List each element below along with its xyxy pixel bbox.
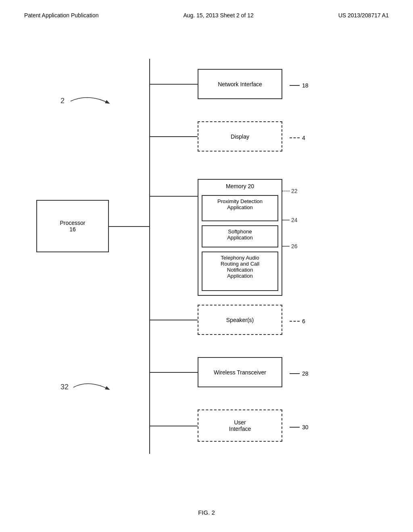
- processor-number: 16: [69, 226, 76, 233]
- speakers-label: Speaker(s): [226, 317, 254, 323]
- display-label: Display: [231, 133, 249, 140]
- processor-label: Processor: [60, 220, 85, 226]
- svg-text:2: 2: [60, 97, 65, 105]
- svg-text:24: 24: [291, 217, 298, 223]
- label-22-line: 22: [282, 185, 315, 197]
- network-interface-label: Network Interface: [218, 81, 262, 87]
- display-h-line: [150, 136, 198, 137]
- wireless-number: 28: [290, 370, 309, 377]
- memory-h-line: [150, 196, 198, 197]
- network-interface-box: Network Interface: [198, 69, 282, 99]
- telephony-audio-label: Telephony AudioRouting and CallNotificat…: [221, 255, 259, 279]
- display-box: Display: [198, 121, 282, 152]
- label-26-line: 26: [282, 240, 315, 252]
- figure-label: FIG. 2: [198, 509, 215, 516]
- wireless-transceiver-box: Wireless Transceiver: [198, 357, 282, 387]
- telephony-audio-box: Telephony AudioRouting and CallNotificat…: [202, 251, 278, 291]
- memory-label: Memory 20: [198, 183, 282, 189]
- page-header: Patent Application Publication Aug. 15, …: [0, 0, 413, 23]
- label-32-arrow: 32: [56, 377, 153, 409]
- proximity-detection-box: Proximity DetectionApplication: [202, 195, 278, 221]
- svg-text:32: 32: [60, 383, 69, 391]
- label-24-line: 24: [282, 214, 315, 226]
- speakers-box: Speaker(s): [198, 305, 282, 335]
- softphone-label: SoftphoneApplication: [227, 229, 253, 241]
- display-number: 4: [290, 135, 305, 141]
- speakers-h-line: [150, 320, 198, 320]
- header-center: Aug. 15, 2013 Sheet 2 of 12: [183, 12, 253, 19]
- wireless-transceiver-label: Wireless Transceiver: [214, 369, 266, 376]
- network-interface-line: [290, 85, 300, 86]
- speakers-number: 6: [290, 318, 305, 324]
- svg-text:26: 26: [291, 243, 298, 249]
- header-right: US 2013/208717 A1: [338, 12, 389, 19]
- processor-h-line: [109, 226, 149, 227]
- user-interface-line: [290, 427, 300, 428]
- svg-text:22: 22: [291, 188, 298, 194]
- label-2-arrow: 2: [56, 91, 153, 123]
- wireless-line: [290, 373, 300, 374]
- network-interface-h-line: [150, 84, 198, 85]
- user-interface-box: UserInterface: [198, 409, 282, 442]
- speakers-line: [290, 321, 300, 322]
- user-interface-label: UserInterface: [229, 419, 251, 432]
- user-interface-number: 30: [290, 424, 309, 430]
- wireless-h-line: [150, 372, 198, 373]
- diagram: 2 Processor 16 Network Interface 18 Disp…: [0, 27, 413, 502]
- network-interface-number: 18: [290, 82, 309, 89]
- header-left: Patent Application Publication: [24, 12, 98, 19]
- processor-box: Processor 16: [36, 200, 109, 252]
- user-interface-h-line: [150, 426, 198, 426]
- memory-box: Memory 20 Proximity DetectionApplication…: [198, 179, 282, 296]
- softphone-box: SoftphoneApplication: [202, 225, 278, 247]
- proximity-detection-label: Proximity DetectionApplication: [217, 198, 263, 210]
- display-line: [290, 137, 300, 138]
